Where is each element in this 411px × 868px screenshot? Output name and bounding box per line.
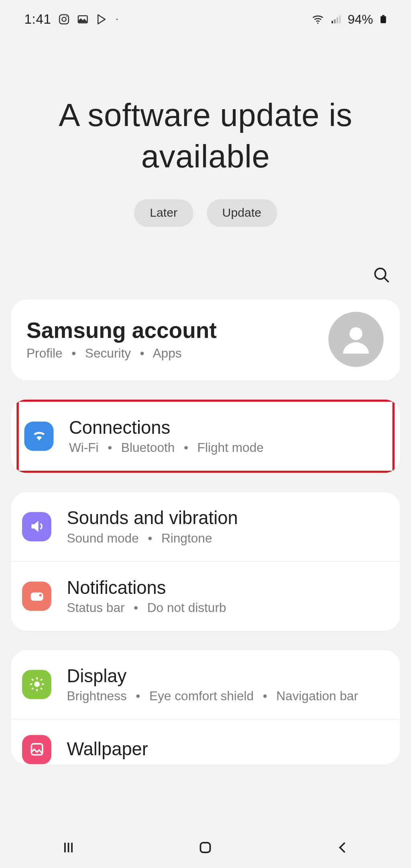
display-sub: Brightness • Eye comfort shield • Naviga… [67, 689, 389, 703]
hero-title-line1: A software update is [59, 97, 352, 132]
svg-rect-11 [382, 15, 385, 16]
row-display[interactable]: Display Brightness • Eye comfort shield … [11, 650, 400, 719]
wifi-icon [311, 13, 324, 26]
svg-line-22 [32, 679, 33, 681]
sounds-sub: Sound mode • Ringtone [67, 531, 389, 545]
svg-point-14 [350, 327, 362, 340]
avatar[interactable] [328, 312, 384, 367]
svg-rect-30 [201, 843, 210, 852]
svg-point-17 [34, 682, 40, 687]
search-row [0, 227, 411, 286]
svg-rect-15 [31, 593, 43, 601]
svg-point-2 [66, 16, 67, 17]
later-button[interactable]: Later [134, 199, 193, 227]
account-sub: Profile • Security • Apps [26, 346, 217, 361]
notifications-body: Notifications Status bar • Do not distur… [67, 577, 389, 615]
svg-line-13 [385, 278, 389, 282]
row-connections[interactable]: Connections Wi-Fi • Bluetooth • Flight m… [19, 402, 393, 471]
account-sub-apps: Apps [153, 346, 181, 360]
svg-rect-7 [334, 19, 336, 23]
status-right: 94% [311, 12, 388, 27]
nav-recents-icon[interactable] [60, 839, 77, 858]
svg-point-1 [62, 17, 66, 21]
playstore-icon [95, 13, 107, 25]
notifications-icon [22, 581, 51, 611]
notifications-title: Notifications [67, 577, 389, 598]
account-title: Samsung account [26, 318, 217, 343]
account-text: Samsung account Profile • Security • App… [26, 318, 217, 361]
group-connections: Connections Wi-Fi • Bluetooth • Flight m… [11, 399, 400, 473]
hero-title: A software update is available [11, 94, 400, 177]
connections-title: Connections [69, 417, 387, 438]
gallery-icon [77, 13, 89, 25]
settings-screen: 1:41 94% [0, 0, 411, 868]
svg-point-4 [116, 18, 117, 20]
svg-rect-6 [332, 21, 333, 23]
search-icon[interactable] [372, 265, 390, 286]
signal-icon [330, 13, 342, 25]
wallpaper-icon [22, 735, 51, 764]
svg-point-12 [375, 268, 385, 279]
status-left: 1:41 [24, 12, 120, 27]
sounds-body: Sounds and vibration Sound mode • Ringto… [67, 508, 389, 546]
display-title: Display [67, 665, 389, 686]
svg-rect-26 [31, 744, 43, 755]
svg-point-5 [317, 22, 318, 24]
svg-rect-8 [337, 17, 338, 23]
sounds-sub-0: Sound mode [67, 531, 138, 545]
battery-percent: 94% [348, 12, 373, 27]
display-sub-2: Navigation bar [276, 689, 358, 703]
notifications-sub: Status bar • Do not disturb [67, 600, 389, 615]
account-sub-profile: Profile [26, 346, 63, 360]
connections-body: Connections Wi-Fi • Bluetooth • Flight m… [69, 417, 387, 455]
svg-rect-0 [59, 15, 69, 24]
group-sounds-notifications: Sounds and vibration Sound mode • Ringto… [11, 492, 400, 630]
samsung-account-card[interactable]: Samsung account Profile • Security • App… [11, 299, 400, 380]
row-sounds[interactable]: Sounds and vibration Sound mode • Ringto… [11, 492, 400, 561]
svg-line-25 [41, 679, 42, 681]
svg-line-23 [41, 688, 42, 690]
status-time: 1:41 [24, 12, 51, 27]
display-sub-1: Eye comfort shield [149, 689, 254, 703]
row-wallpaper[interactable]: Wallpaper [11, 719, 400, 764]
battery-icon [378, 12, 388, 26]
update-button[interactable]: Update [207, 199, 277, 227]
display-icon [22, 670, 51, 699]
display-sub-0: Brightness [67, 689, 126, 703]
row-notifications[interactable]: Notifications Status bar • Do not distur… [11, 561, 400, 630]
hero-title-line2: available [141, 138, 270, 174]
update-hero: A software update is available Later Upd… [0, 39, 411, 227]
display-body: Display Brightness • Eye comfort shield … [67, 665, 389, 703]
instagram-icon [58, 13, 70, 25]
wallpaper-body: Wallpaper [67, 739, 389, 760]
connections-highlight: Connections Wi-Fi • Bluetooth • Flight m… [16, 399, 395, 473]
connections-sub: Wi-Fi • Bluetooth • Flight mode [69, 440, 387, 455]
svg-line-24 [32, 688, 33, 690]
hero-actions: Later Update [11, 199, 400, 227]
notifications-sub-1: Do not disturb [147, 600, 226, 615]
connections-sub-2: Flight mode [197, 440, 264, 455]
wifi-setting-icon [24, 421, 54, 451]
connections-sub-0: Wi-Fi [69, 440, 99, 455]
sound-icon [22, 512, 51, 541]
navigation-bar [0, 829, 411, 868]
notifications-sub-0: Status bar [67, 600, 124, 615]
more-icon [114, 16, 120, 22]
wallpaper-title: Wallpaper [67, 739, 389, 760]
connections-sub-1: Bluetooth [121, 440, 175, 455]
svg-rect-10 [380, 16, 386, 23]
status-bar: 1:41 94% [0, 0, 411, 39]
sounds-title: Sounds and vibration [67, 508, 389, 529]
group-display-wallpaper: Display Brightness • Eye comfort shield … [11, 650, 400, 764]
svg-rect-9 [339, 15, 341, 23]
nav-back-icon[interactable] [334, 839, 351, 858]
sounds-sub-1: Ringtone [161, 531, 212, 545]
nav-home-icon[interactable] [197, 839, 214, 858]
svg-point-16 [39, 594, 41, 597]
account-sub-security: Security [85, 346, 131, 360]
